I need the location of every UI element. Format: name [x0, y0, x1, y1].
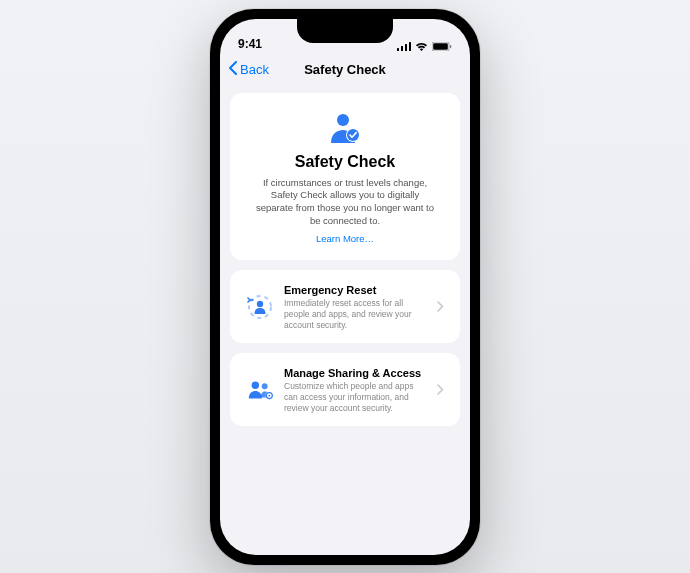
svg-rect-2 [405, 44, 407, 51]
svg-rect-0 [397, 48, 399, 51]
svg-point-16 [268, 395, 270, 397]
manage-sharing-option[interactable]: Manage Sharing & Access Customize which … [230, 353, 460, 426]
notch [297, 19, 393, 43]
content-area: Safety Check If circumstances or trust l… [220, 87, 470, 427]
hero-description: If circumstances or trust levels change,… [246, 177, 444, 228]
status-indicators [397, 42, 452, 51]
emergency-reset-body: Emergency Reset Immediately reset access… [284, 284, 427, 331]
phone-screen: 9:41 Back Safety Check [220, 19, 470, 555]
emergency-reset-description: Immediately reset access for all people … [284, 298, 427, 331]
person-shield-icon [246, 111, 444, 145]
learn-more-link[interactable]: Learn More… [316, 233, 374, 244]
chevron-right-icon [437, 298, 444, 316]
manage-sharing-title: Manage Sharing & Access [284, 367, 427, 379]
navigation-bar: Back Safety Check [220, 53, 470, 87]
svg-point-7 [337, 114, 349, 126]
svg-point-11 [257, 301, 263, 307]
svg-rect-5 [433, 43, 448, 50]
emergency-reset-option[interactable]: Emergency Reset Immediately reset access… [230, 270, 460, 343]
svg-point-12 [252, 382, 259, 389]
hero-title: Safety Check [246, 153, 444, 171]
phone-frame: 9:41 Back Safety Check [210, 9, 480, 565]
manage-sharing-description: Customize which people and apps can acce… [284, 381, 427, 414]
status-time: 9:41 [238, 37, 262, 51]
wifi-icon [415, 42, 428, 51]
svg-rect-6 [450, 45, 451, 48]
manage-sharing-icon [246, 379, 274, 401]
safety-check-hero-card: Safety Check If circumstances or trust l… [230, 93, 460, 260]
cellular-signal-icon [397, 42, 411, 51]
emergency-reset-title: Emergency Reset [284, 284, 427, 296]
battery-icon [432, 42, 452, 51]
emergency-reset-icon [246, 294, 274, 320]
back-button[interactable]: Back [228, 61, 269, 78]
svg-point-13 [262, 384, 268, 390]
svg-rect-1 [401, 46, 403, 51]
manage-sharing-body: Manage Sharing & Access Customize which … [284, 367, 427, 414]
chevron-left-icon [228, 61, 238, 78]
chevron-right-icon [437, 381, 444, 399]
svg-rect-3 [409, 42, 411, 51]
back-label: Back [240, 62, 269, 77]
